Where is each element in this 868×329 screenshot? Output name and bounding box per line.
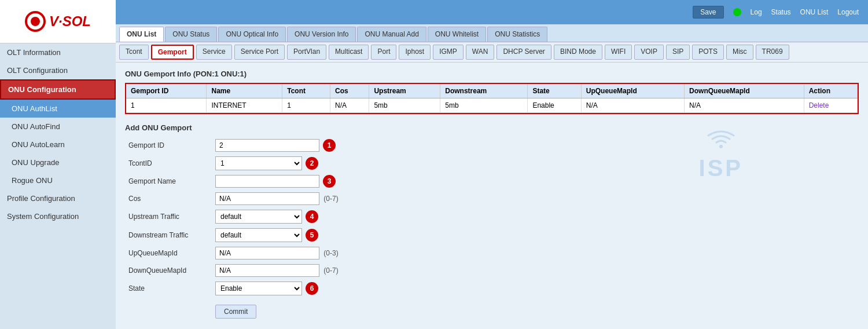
sub-tab-misc[interactable]: Misc (726, 45, 753, 60)
status-indicator (733, 8, 741, 16)
sidebar-item-onu-config[interactable]: ONU Configuration (0, 79, 116, 100)
delete-link[interactable]: Delete (809, 101, 829, 109)
sub-tab-voip[interactable]: VOIP (634, 45, 664, 60)
sub-tab-igmp[interactable]: IGMP (433, 45, 464, 60)
sub-tab-pots[interactable]: POTS (692, 45, 724, 60)
tab-onu-manual-add[interactable]: ONU Manual Add (357, 27, 426, 42)
upqueue-label: UpQueueMapId (125, 244, 212, 262)
table-action-cell: Delete (804, 98, 857, 113)
gemport-table-wrapper: Gemport IDNameTcontCosUpstreamDownstream… (125, 83, 859, 114)
wifi-icon (704, 127, 738, 151)
tab-onu-list[interactable]: ONU List (119, 27, 164, 42)
downstream-label: Downstream Traffic (125, 226, 212, 244)
table-header-name: Name (207, 84, 282, 98)
tab-onu-statistics[interactable]: ONU Statistics (487, 27, 547, 42)
cos-hint: (0-7) (323, 195, 338, 203)
table-header-downqueuemapid: DownQueueMapId (685, 84, 804, 98)
main-content: Save Log Status ONU List Logout ONU List… (116, 0, 868, 329)
logo-v: V·SOL (49, 14, 91, 28)
table-cell: N/A (581, 98, 684, 113)
sub-tab-bind-mode[interactable]: BIND Mode (554, 45, 602, 60)
gemport-table: Gemport IDNameTcontCosUpstreamDownstream… (126, 84, 858, 113)
form-row-state: State Enable Disable 6 (125, 279, 342, 298)
sub-tab-portvlan[interactable]: PortVlan (287, 45, 326, 60)
tab-onu-status[interactable]: ONU Status (165, 27, 217, 42)
tab-onu-whitelist[interactable]: ONU Whitelist (428, 27, 486, 42)
sub-tab-service-port[interactable]: Service Port (234, 45, 285, 60)
sidebar-item-rogue-onu[interactable]: Rogue ONU (0, 171, 116, 189)
form-row-upqueue: UpQueueMapId (0-3) (125, 244, 342, 262)
logo-circle (25, 11, 46, 32)
logout-link[interactable]: Logout (837, 8, 859, 16)
sub-tab-tcont[interactable]: Tcont (119, 45, 149, 60)
logo-circle-inner (31, 17, 40, 26)
topbar: Save Log Status ONU List Logout (116, 0, 868, 24)
table-cell: N/A (685, 98, 804, 113)
table-cell: 5mb (369, 98, 440, 113)
sidebar-item-onu-authlist[interactable]: ONU AuthList (0, 100, 116, 118)
downqueue-input[interactable] (215, 264, 319, 277)
sub-tab-gemport[interactable]: Gemport (151, 45, 194, 60)
logo: V·SOL (25, 11, 91, 32)
svg-point-0 (719, 145, 723, 148)
onu-list-link[interactable]: ONU List (800, 8, 829, 16)
sub-tab-tr069[interactable]: TR069 (756, 45, 789, 60)
upqueue-input[interactable] (215, 247, 319, 259)
state-label: State (125, 279, 212, 298)
logo-text: V·SOL (49, 14, 91, 28)
table-cell: INTERNET (207, 98, 282, 113)
commit-button[interactable]: Commit (215, 305, 256, 319)
tab-onu-version-info[interactable]: ONU Version Info (287, 27, 356, 42)
sidebar-item-olt-info[interactable]: OLT Information (0, 43, 116, 61)
sidebar-item-profile-config[interactable]: Profile Configuration (0, 189, 116, 207)
table-header-cos: Cos (330, 84, 369, 98)
sub-tab-multicast[interactable]: Multicast (329, 45, 369, 60)
state-select[interactable]: Enable Disable (215, 282, 302, 295)
table-header-upqueuemapid: UpQueueMapId (581, 84, 684, 98)
save-button[interactable]: Save (693, 6, 723, 19)
tcont-id-select[interactable]: 1 (215, 156, 302, 170)
step-3-badge: 3 (323, 175, 336, 188)
gemport-id-input[interactable] (215, 139, 319, 152)
step-6-badge: 6 (306, 282, 318, 295)
sub-tab-nav: TcontGemportServiceService PortPortVlanM… (116, 42, 868, 63)
sub-tab-sip[interactable]: SIP (666, 45, 690, 60)
sub-tab-iphost[interactable]: Iphost (399, 45, 431, 60)
log-link[interactable]: Log (751, 8, 762, 16)
sidebar-item-onu-autofind[interactable]: ONU AutoFind (0, 118, 116, 136)
form-row-gemport-name: Gemport Name 3 (125, 173, 342, 190)
table-header-gemport-id: Gemport ID (126, 84, 207, 98)
tcont-id-label: TcontID (125, 154, 212, 173)
main-tab-nav: ONU ListONU StatusONU Optical InfoONU Ve… (116, 24, 868, 42)
downqueue-hint: (0-7) (323, 266, 338, 275)
add-section-title: Add ONU Gemport (125, 123, 859, 132)
table-row: 1INTERNET1N/A5mb5mbEnableN/AN/ADelete (126, 98, 858, 113)
sub-tab-wifi[interactable]: WIFI (605, 45, 632, 60)
sidebar-item-system-config[interactable]: System Configuration (0, 207, 116, 225)
sidebar-item-onu-upgrade[interactable]: ONU Upgrade (0, 153, 116, 171)
form-row-downqueue: DownQueueMapId (0-7) (125, 262, 342, 279)
status-link[interactable]: Status (771, 8, 791, 16)
tab-onu-optical-info[interactable]: ONU Optical Info (218, 27, 286, 42)
upstream-label: Upstream Traffic (125, 207, 212, 226)
cos-input[interactable] (215, 192, 319, 205)
sub-tab-port[interactable]: Port (371, 45, 396, 60)
logo-area: V·SOL (0, 0, 116, 43)
table-header-upstream: Upstream (369, 84, 440, 98)
form-row-tcont-id: TcontID 1 2 (125, 154, 342, 173)
table-body: 1INTERNET1N/A5mb5mbEnableN/AN/ADelete (126, 98, 858, 113)
sidebar-item-onu-autolearn[interactable]: ONU AutoLearn (0, 136, 116, 153)
upstream-select[interactable]: default (215, 210, 302, 224)
step-1-badge: 1 (323, 139, 336, 152)
sub-tab-wan[interactable]: WAN (466, 45, 495, 60)
form-row-cos: Cos (0-7) (125, 190, 342, 207)
sub-tab-dhcp-server[interactable]: DHCP Server (496, 45, 551, 60)
sidebar-item-olt-config[interactable]: OLT Configuration (0, 61, 116, 79)
form-row-commit: Commit (125, 298, 342, 321)
table-cell: 1 (126, 98, 207, 113)
gemport-id-label: Gemport ID (125, 137, 212, 154)
isp-watermark: ISP (699, 127, 743, 181)
sub-tab-service[interactable]: Service (196, 45, 232, 60)
gemport-name-input[interactable] (215, 175, 319, 188)
downstream-select[interactable]: default (215, 228, 302, 242)
